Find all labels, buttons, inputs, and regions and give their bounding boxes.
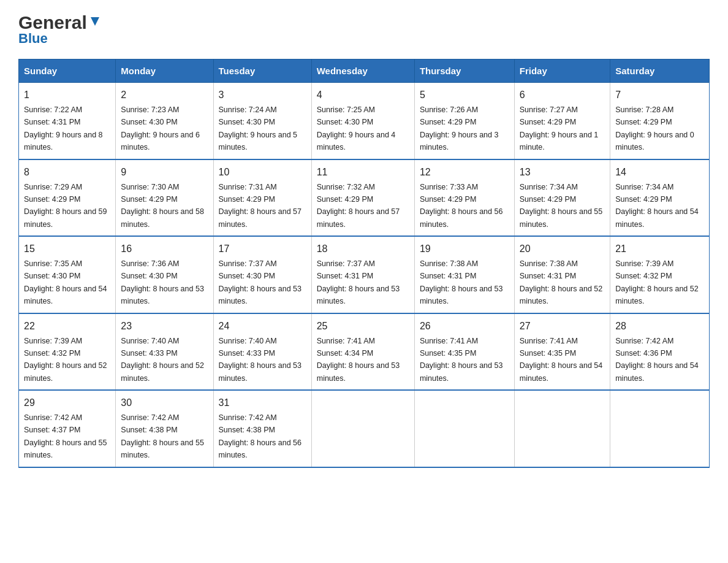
calendar-cell: 3Sunrise: 7:24 AMSunset: 4:30 PMDaylight… xyxy=(213,83,311,159)
calendar-cell: 11Sunrise: 7:32 AMSunset: 4:29 PMDayligh… xyxy=(311,159,414,237)
day-number: 15 xyxy=(24,242,110,256)
page-header: General Blue xyxy=(18,12,710,47)
day-number: 4 xyxy=(317,88,409,102)
day-number: 3 xyxy=(219,88,306,102)
calendar-cell: 29Sunrise: 7:42 AMSunset: 4:37 PMDayligh… xyxy=(19,390,116,467)
day-number: 24 xyxy=(219,319,306,334)
cell-info: Sunrise: 7:28 AMSunset: 4:29 PMDaylight:… xyxy=(615,105,694,151)
day-number: 22 xyxy=(24,319,110,334)
day-number: 13 xyxy=(520,165,605,180)
calendar-cell: 21Sunrise: 7:39 AMSunset: 4:32 PMDayligh… xyxy=(610,236,710,313)
day-number: 31 xyxy=(219,396,306,410)
calendar-cell: 6Sunrise: 7:27 AMSunset: 4:29 PMDaylight… xyxy=(514,83,610,159)
day-number: 7 xyxy=(615,88,704,102)
cell-info: Sunrise: 7:24 AMSunset: 4:30 PMDaylight:… xyxy=(219,105,298,151)
cell-info: Sunrise: 7:31 AMSunset: 4:29 PMDaylight:… xyxy=(219,183,302,229)
day-number: 30 xyxy=(121,396,208,410)
day-number: 17 xyxy=(219,242,306,256)
cell-info: Sunrise: 7:42 AMSunset: 4:36 PMDaylight:… xyxy=(615,337,699,383)
calendar-cell: 18Sunrise: 7:37 AMSunset: 4:31 PMDayligh… xyxy=(311,236,414,313)
col-sunday: Sunday xyxy=(19,59,116,83)
calendar-cell: 22Sunrise: 7:39 AMSunset: 4:32 PMDayligh… xyxy=(19,313,116,391)
week-row-0: 1Sunrise: 7:22 AMSunset: 4:31 PMDaylight… xyxy=(19,83,710,159)
week-row-4: 29Sunrise: 7:42 AMSunset: 4:37 PMDayligh… xyxy=(19,390,710,467)
cell-info: Sunrise: 7:41 AMSunset: 4:35 PMDaylight:… xyxy=(420,337,503,383)
cell-info: Sunrise: 7:26 AMSunset: 4:29 PMDaylight:… xyxy=(420,105,499,151)
day-number: 10 xyxy=(219,165,306,180)
calendar-cell: 16Sunrise: 7:36 AMSunset: 4:30 PMDayligh… xyxy=(116,236,213,313)
day-number: 5 xyxy=(420,88,509,102)
calendar-cell: 10Sunrise: 7:31 AMSunset: 4:29 PMDayligh… xyxy=(213,159,311,237)
day-number: 14 xyxy=(615,165,704,180)
calendar-cell: 5Sunrise: 7:26 AMSunset: 4:29 PMDaylight… xyxy=(414,83,514,159)
calendar-cell: 4Sunrise: 7:25 AMSunset: 4:30 PMDaylight… xyxy=(311,83,414,159)
cell-info: Sunrise: 7:23 AMSunset: 4:30 PMDaylight:… xyxy=(121,105,200,151)
calendar-body: 1Sunrise: 7:22 AMSunset: 4:31 PMDaylight… xyxy=(19,83,710,467)
cell-info: Sunrise: 7:32 AMSunset: 4:29 PMDaylight:… xyxy=(317,183,400,229)
day-number: 23 xyxy=(121,319,208,334)
day-number: 18 xyxy=(317,242,409,256)
calendar-cell: 25Sunrise: 7:41 AMSunset: 4:34 PMDayligh… xyxy=(311,313,414,391)
calendar-cell: 1Sunrise: 7:22 AMSunset: 4:31 PMDaylight… xyxy=(19,83,116,159)
week-row-3: 22Sunrise: 7:39 AMSunset: 4:32 PMDayligh… xyxy=(19,313,710,391)
day-number: 21 xyxy=(615,242,704,256)
calendar-cell: 28Sunrise: 7:42 AMSunset: 4:36 PMDayligh… xyxy=(610,313,710,391)
col-friday: Friday xyxy=(514,59,610,83)
col-monday: Monday xyxy=(116,59,213,83)
cell-info: Sunrise: 7:40 AMSunset: 4:33 PMDaylight:… xyxy=(219,337,302,383)
cell-info: Sunrise: 7:38 AMSunset: 4:31 PMDaylight:… xyxy=(520,259,603,305)
day-number: 25 xyxy=(317,319,409,334)
cell-info: Sunrise: 7:38 AMSunset: 4:31 PMDaylight:… xyxy=(420,259,503,305)
col-tuesday: Tuesday xyxy=(213,59,311,83)
cell-info: Sunrise: 7:22 AMSunset: 4:31 PMDaylight:… xyxy=(24,105,103,151)
logo-general: General xyxy=(18,12,87,33)
cell-info: Sunrise: 7:42 AMSunset: 4:37 PMDaylight:… xyxy=(24,413,107,459)
calendar-cell: 24Sunrise: 7:40 AMSunset: 4:33 PMDayligh… xyxy=(213,313,311,391)
cell-info: Sunrise: 7:41 AMSunset: 4:34 PMDaylight:… xyxy=(317,337,400,383)
cell-info: Sunrise: 7:33 AMSunset: 4:29 PMDaylight:… xyxy=(420,183,503,229)
cell-info: Sunrise: 7:36 AMSunset: 4:30 PMDaylight:… xyxy=(121,259,204,305)
day-number: 6 xyxy=(520,88,605,102)
day-number: 28 xyxy=(615,319,704,334)
day-number: 8 xyxy=(24,165,110,180)
calendar-cell: 13Sunrise: 7:34 AMSunset: 4:29 PMDayligh… xyxy=(514,159,610,237)
calendar-cell: 2Sunrise: 7:23 AMSunset: 4:30 PMDaylight… xyxy=(116,83,213,159)
calendar-cell: 9Sunrise: 7:30 AMSunset: 4:29 PMDaylight… xyxy=(116,159,213,237)
calendar-cell: 30Sunrise: 7:42 AMSunset: 4:38 PMDayligh… xyxy=(116,390,213,467)
day-number: 16 xyxy=(121,242,208,256)
calendar-cell: 31Sunrise: 7:42 AMSunset: 4:38 PMDayligh… xyxy=(213,390,311,467)
day-number: 11 xyxy=(317,165,409,180)
calendar-cell: 23Sunrise: 7:40 AMSunset: 4:33 PMDayligh… xyxy=(116,313,213,391)
cell-info: Sunrise: 7:37 AMSunset: 4:30 PMDaylight:… xyxy=(219,259,302,305)
calendar-table: SundayMondayTuesdayWednesdayThursdayFrid… xyxy=(18,59,710,468)
calendar-header: SundayMondayTuesdayWednesdayThursdayFrid… xyxy=(19,59,710,83)
calendar-cell xyxy=(514,390,610,467)
cell-info: Sunrise: 7:40 AMSunset: 4:33 PMDaylight:… xyxy=(121,337,204,383)
logo-triangle-icon xyxy=(88,15,102,28)
cell-info: Sunrise: 7:37 AMSunset: 4:31 PMDaylight:… xyxy=(317,259,400,305)
calendar-cell: 27Sunrise: 7:41 AMSunset: 4:35 PMDayligh… xyxy=(514,313,610,391)
cell-info: Sunrise: 7:29 AMSunset: 4:29 PMDaylight:… xyxy=(24,183,107,229)
calendar-cell: 19Sunrise: 7:38 AMSunset: 4:31 PMDayligh… xyxy=(414,236,514,313)
cell-info: Sunrise: 7:34 AMSunset: 4:29 PMDaylight:… xyxy=(615,183,699,229)
col-wednesday: Wednesday xyxy=(311,59,414,83)
cell-info: Sunrise: 7:42 AMSunset: 4:38 PMDaylight:… xyxy=(121,413,204,459)
calendar-cell: 12Sunrise: 7:33 AMSunset: 4:29 PMDayligh… xyxy=(414,159,514,237)
calendar-cell: 7Sunrise: 7:28 AMSunset: 4:29 PMDaylight… xyxy=(610,83,710,159)
calendar-cell: 17Sunrise: 7:37 AMSunset: 4:30 PMDayligh… xyxy=(213,236,311,313)
day-number: 2 xyxy=(121,88,208,102)
header-row: SundayMondayTuesdayWednesdayThursdayFrid… xyxy=(19,59,710,83)
day-number: 12 xyxy=(420,165,509,180)
logo-blue: Blue xyxy=(18,31,48,47)
day-number: 20 xyxy=(520,242,605,256)
cell-info: Sunrise: 7:35 AMSunset: 4:30 PMDaylight:… xyxy=(24,259,107,305)
calendar-cell: 14Sunrise: 7:34 AMSunset: 4:29 PMDayligh… xyxy=(610,159,710,237)
calendar-cell: 8Sunrise: 7:29 AMSunset: 4:29 PMDaylight… xyxy=(19,159,116,237)
col-saturday: Saturday xyxy=(610,59,710,83)
calendar-cell xyxy=(311,390,414,467)
calendar-cell xyxy=(414,390,514,467)
cell-info: Sunrise: 7:39 AMSunset: 4:32 PMDaylight:… xyxy=(615,259,699,305)
day-number: 1 xyxy=(24,88,110,102)
cell-info: Sunrise: 7:42 AMSunset: 4:38 PMDaylight:… xyxy=(219,413,302,459)
col-thursday: Thursday xyxy=(414,59,514,83)
